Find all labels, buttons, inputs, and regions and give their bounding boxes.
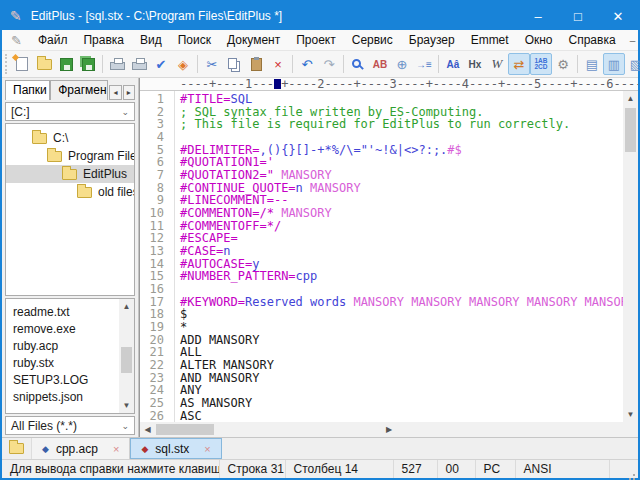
save-icon — [60, 58, 73, 71]
cliptext-window-button[interactable]: ▧ — [625, 53, 640, 75]
scrollbar-thumb[interactable] — [121, 347, 132, 373]
save-button[interactable] — [55, 53, 77, 75]
tree-item-label: Program Files — [68, 149, 135, 163]
cut-button[interactable]: ✂ — [201, 53, 223, 75]
toolbar-grip[interactable] — [5, 54, 7, 74]
menu-item-1[interactable]: Файл — [30, 31, 76, 49]
tab-close-icon[interactable]: × — [113, 443, 119, 455]
menu-item-10[interactable]: Окно — [517, 31, 561, 49]
scrollbar-thumb[interactable] — [156, 424, 214, 435]
close-button[interactable]: ✕ — [598, 2, 638, 30]
print-preview-button[interactable] — [106, 53, 128, 75]
editor-horizontal-scrollbar[interactable]: ◀ ▶ — [140, 422, 638, 437]
scroll-left-icon[interactable]: ◀ — [140, 422, 155, 437]
replace-icon: AB — [373, 59, 387, 70]
menu-item-4[interactable]: Поиск — [170, 31, 219, 49]
menu-item-7[interactable]: Сервис — [344, 31, 401, 49]
paste-icon — [251, 58, 262, 71]
spell-check-button[interactable]: ✔ — [150, 53, 172, 75]
code-area[interactable]: 1#TITLE=SQL2; SQL syntax file written by… — [140, 91, 623, 422]
menu-item-2[interactable]: Правка — [75, 31, 132, 49]
browser-button[interactable]: ⊕ — [391, 53, 413, 75]
tab-scroll-right-button[interactable]: ▸ — [123, 85, 135, 100]
new-tab-folder-button[interactable] — [2, 438, 32, 459]
scrollbar-thumb[interactable] — [625, 108, 636, 152]
code-segment: MANSORY — [310, 181, 361, 195]
window-controls: – □ ✕ — [518, 2, 638, 30]
delete-button[interactable]: × — [267, 53, 289, 75]
file-item-snippets-json[interactable]: snippets.json — [6, 388, 119, 405]
copy-button[interactable] — [223, 53, 245, 75]
menu-item-11[interactable]: Справка — [561, 31, 624, 49]
file-filter-select[interactable]: All Files (*.*) ⌄ — [5, 416, 135, 435]
doc-tab-cpp-acp[interactable]: ◆cpp.acp× — [32, 438, 130, 459]
menu-item-9[interactable]: Emmet — [463, 31, 517, 49]
tab-folders[interactable]: Папки — [5, 80, 50, 100]
preferences-button[interactable]: ⚙ — [552, 53, 574, 75]
replace-button[interactable]: AB — [369, 53, 391, 75]
code-segment: Reserved words — [245, 295, 346, 309]
word-count-button[interactable]: W — [486, 53, 508, 75]
file-type-diamond-icon: ◆ — [42, 444, 49, 454]
hex-viewer-button[interactable]: Hx — [464, 53, 486, 75]
tab-cliptext[interactable]: Фрагмен — [50, 80, 108, 100]
line-numbers-icon: 1AB 2CD — [534, 58, 547, 71]
code-segment: #$ — [447, 143, 461, 157]
tree-item-old-files[interactable]: old files — [6, 183, 134, 201]
minimize-button[interactable]: – — [518, 2, 558, 30]
file-list-scrollbar[interactable]: ▲ ▼ — [119, 299, 134, 413]
document-list-button[interactable]: ▤ — [581, 53, 603, 75]
directory-tree: C:\Program FilesEditPlusold files — [5, 123, 135, 296]
html-bar-button[interactable]: ◈ — [172, 53, 194, 75]
code-segment — [303, 181, 310, 195]
tree-item-c[interactable]: C:\ — [6, 129, 134, 147]
find-button[interactable] — [347, 53, 369, 75]
tab-indent-button[interactable]: ⇄ — [508, 53, 530, 75]
menu-item-6[interactable]: Проект — [288, 31, 344, 49]
tab-close-icon[interactable]: × — [204, 443, 210, 455]
undo-button[interactable]: ↶ — [296, 53, 318, 75]
font-icon: Aâ — [447, 59, 460, 70]
scroll-down-icon[interactable]: ▼ — [119, 398, 134, 413]
file-item-setup3-log[interactable]: SETUP3.LOG — [6, 371, 119, 388]
drive-select[interactable]: [C:] ⌄ — [5, 102, 135, 121]
save-all-button[interactable] — [77, 53, 99, 75]
doc-tab-sql-stx[interactable]: ◆sql.stx× — [130, 438, 221, 459]
maximize-button[interactable]: □ — [558, 2, 598, 30]
editor-vertical-scrollbar[interactable]: ▲ ▼ — [623, 91, 638, 422]
file-item-ruby-stx[interactable]: ruby.stx — [6, 354, 119, 371]
code-segment: MANSORY MANSORY MANSORY MANSORY MANSORY — [353, 295, 623, 309]
scroll-right-icon[interactable]: ▶ — [382, 422, 397, 437]
tab-scroll-left-button[interactable]: ◂ — [109, 85, 121, 100]
code-segment: #KEYWORD= — [180, 295, 245, 309]
scroll-up-icon[interactable]: ▲ — [119, 299, 134, 314]
print-button[interactable] — [128, 53, 150, 75]
file-item-remove-exe[interactable]: remove.exe — [6, 320, 119, 337]
file-item-ruby-acp[interactable]: ruby.acp — [6, 337, 119, 354]
menu-item-8[interactable]: Браузер — [401, 31, 463, 49]
file-list: readme.txtremove.exeruby.acpruby.stxSETU… — [6, 299, 119, 413]
goto-line-button[interactable]: →≡ — [413, 53, 435, 75]
mdi-minimize-button[interactable]: – — [624, 35, 640, 46]
find-icon — [352, 59, 361, 68]
open-file-button[interactable] — [33, 53, 55, 75]
line-numbers-button[interactable]: 1AB 2CD — [530, 53, 552, 75]
menu-item-3[interactable]: Вид — [132, 31, 170, 49]
scroll-down-icon[interactable]: ▼ — [623, 407, 638, 422]
folder-icon — [32, 133, 47, 144]
file-item-readme-txt[interactable]: readme.txt — [6, 303, 119, 320]
tree-item-program-files[interactable]: Program Files — [6, 147, 134, 165]
code-line-17: 17#KEYWORD=Reserved words MANSORY MANSOR… — [140, 296, 623, 309]
redo-button[interactable]: ↷ — [318, 53, 340, 75]
paste-button[interactable] — [245, 53, 267, 75]
font-button[interactable]: Aâ — [442, 53, 464, 75]
code-segment: ; This file is required for EditPlus to … — [180, 117, 570, 131]
code-segment: ,(){}[]-+*%/\="'~!&|<>?:;. — [259, 143, 447, 157]
tree-item-editplus[interactable]: EditPlus — [6, 165, 134, 183]
editor-pane: ----+----1----+----2----+----3----+----4… — [139, 78, 638, 437]
resize-grip[interactable] — [626, 466, 637, 478]
scroll-up-icon[interactable]: ▲ — [623, 91, 638, 106]
directory-window-button[interactable]: ▥ — [603, 53, 625, 75]
menu-item-5[interactable]: Документ — [219, 31, 288, 49]
new-file-button[interactable] — [11, 53, 33, 75]
